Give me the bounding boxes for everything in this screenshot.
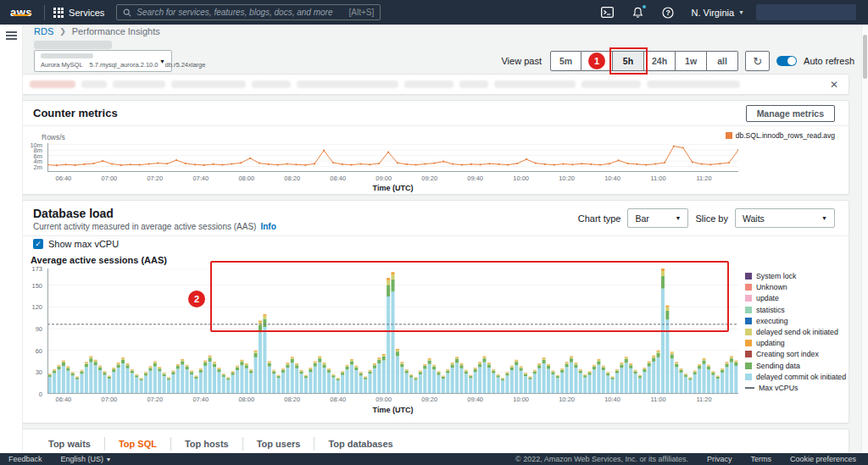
chart-type-select[interactable]: Bar▼	[627, 208, 688, 228]
color-swatch	[745, 295, 752, 302]
cloudshell-button[interactable]	[592, 0, 623, 25]
time-range-button-1h[interactable]: 1h	[581, 51, 613, 71]
top-navigation-bar: aws Services Search for services, featur…	[0, 0, 868, 25]
account-menu-redacted[interactable]	[756, 4, 856, 20]
legend-item: Max vCPUs	[745, 384, 846, 392]
load-y-ticks: 0306090120150173	[21, 268, 45, 394]
counter-xtick: 07:00	[101, 174, 117, 182]
ytick: 0	[39, 390, 42, 398]
legend-item: delayed send ok initiated	[745, 328, 846, 336]
services-grid-icon	[53, 8, 64, 18]
time-range-button-5h[interactable]: 5h	[613, 51, 644, 71]
tab-top-waits[interactable]: Top waits	[35, 439, 104, 449]
load-xtick: 08:40	[330, 396, 346, 403]
load-x-axis-title: Time (UTC)	[47, 406, 738, 414]
hamburger-menu-icon[interactable]	[6, 31, 17, 40]
color-swatch	[745, 340, 752, 346]
show-max-vcpu-checkbox[interactable]: ✓	[33, 239, 43, 249]
legend-label: System lock	[756, 272, 796, 280]
page-scrollbar[interactable]	[861, 25, 868, 453]
load-xtick: 09:20	[421, 396, 437, 403]
database-load-chart[interactable]: 2	[47, 268, 738, 394]
legend-item: Creating sort index	[745, 350, 846, 358]
manage-metrics-button[interactable]: Manage metrics	[746, 105, 835, 122]
aws-logo[interactable]: aws	[0, 6, 44, 19]
search-icon	[123, 8, 131, 17]
counter-xtick: 10:20	[559, 174, 575, 182]
page-title-redacted	[34, 41, 112, 49]
counter-xtick: 09:20	[421, 174, 437, 182]
notifications-button[interactable]	[623, 0, 653, 25]
time-range-button-all[interactable]: all	[707, 51, 738, 71]
counter-xtick: 11:00	[650, 174, 665, 182]
counter-x-axis-title: Time (UTC)	[47, 184, 738, 192]
color-swatch	[745, 329, 752, 335]
ytick: 60	[36, 347, 42, 355]
ytick: 173	[31, 265, 42, 273]
help-button[interactable]: ?	[653, 0, 683, 25]
slice-by-select[interactable]: Waits▼	[735, 208, 835, 228]
cloudshell-icon	[601, 7, 614, 18]
load-chart-svg	[47, 268, 738, 394]
legend-label: Sending data	[756, 362, 800, 370]
instance-engine: Aurora MySQL	[41, 61, 83, 69]
time-range-button-1w[interactable]: 1w	[676, 51, 707, 71]
terms-link[interactable]: Terms	[750, 455, 771, 463]
global-search-input[interactable]: Search for services, features, blogs, do…	[116, 4, 381, 20]
legend-label: statistics	[756, 306, 785, 314]
region-selector[interactable]: N. Virginia ▼	[683, 8, 753, 18]
counter-xtick: 08:00	[238, 174, 254, 182]
legend-label: updating	[756, 339, 785, 347]
language-selector[interactable]: English (US) ▼	[61, 455, 112, 463]
instance-class: db.r5.24xlarge	[165, 61, 206, 69]
info-link[interactable]: Info	[260, 222, 275, 231]
services-menu[interactable]: Services	[45, 0, 113, 25]
refresh-button[interactable]: ↻	[745, 51, 770, 71]
counter-xtick: 06:40	[56, 174, 72, 182]
counter-xtick: 07:20	[147, 174, 163, 182]
color-swatch	[745, 307, 752, 313]
color-swatch	[745, 363, 752, 369]
load-xtick: 08:00	[238, 396, 254, 403]
auto-refresh-toggle[interactable]	[776, 56, 797, 66]
bell-icon	[632, 7, 643, 19]
time-range-button-5m[interactable]: 5m	[550, 51, 581, 71]
counter-metrics-chart[interactable]	[47, 143, 738, 172]
instance-selector-dropdown[interactable]: Aurora MySQL 5.7.mysql_aurora.2.10.0 db.…	[34, 50, 172, 72]
chevron-down-icon: ▼	[738, 9, 744, 15]
load-xtick: 08:20	[284, 396, 300, 403]
notification-dot	[643, 5, 646, 8]
load-chart-legend: System lockUnknownupdatestatisticsexecut…	[745, 272, 846, 392]
database-load-title: Database load	[33, 207, 276, 220]
counter-xtick: 09:40	[467, 174, 483, 182]
legend-label: Max vCPUs	[759, 384, 798, 392]
counter-xtick: 11:20	[696, 174, 711, 182]
scrollbar-thumb[interactable]	[863, 35, 867, 79]
legend-label: db.SQL.innodb_rows_read.avg	[736, 131, 835, 140]
load-xtick: 10:40	[604, 396, 620, 403]
load-xtick: 07:00	[101, 396, 117, 403]
show-max-vcpu-label: Show max vCPU	[48, 239, 119, 249]
tab-top-sql[interactable]: Top SQL	[105, 439, 170, 449]
breadcrumb-rds-link[interactable]: RDS	[34, 26, 53, 36]
breadcrumb: RDS ❯ Performance Insights	[34, 26, 160, 36]
time-range-button-24h[interactable]: 24h	[644, 51, 676, 71]
counter-legend: db.SQL.innodb_rows_read.avg	[726, 131, 835, 140]
cookie-preferences-link[interactable]: Cookie preferences	[790, 455, 856, 463]
copyright-text: © 2022, Amazon Web Services, Inc. or its…	[515, 455, 688, 463]
counter-xtick: 08:20	[284, 174, 300, 182]
ytick: 10m	[30, 141, 42, 149]
tab-top-databases[interactable]: Top databases	[314, 439, 406, 449]
tab-top-hosts[interactable]: Top hosts	[171, 439, 242, 449]
privacy-link[interactable]: Privacy	[707, 455, 732, 463]
load-xtick: 10:00	[513, 396, 529, 403]
color-swatch	[745, 318, 752, 324]
load-xtick: 07:20	[147, 396, 163, 403]
feedback-link[interactable]: Feedback	[8, 455, 42, 463]
counter-y-axis-label: Rows/s	[42, 133, 65, 141]
counter-xtick: 10:40	[604, 174, 620, 182]
breadcrumb-current: Performance Insights	[72, 26, 160, 36]
load-xtick: 06:40	[56, 396, 72, 403]
close-icon[interactable]: ✕	[830, 80, 838, 90]
tab-top-users[interactable]: Top users	[243, 439, 314, 449]
